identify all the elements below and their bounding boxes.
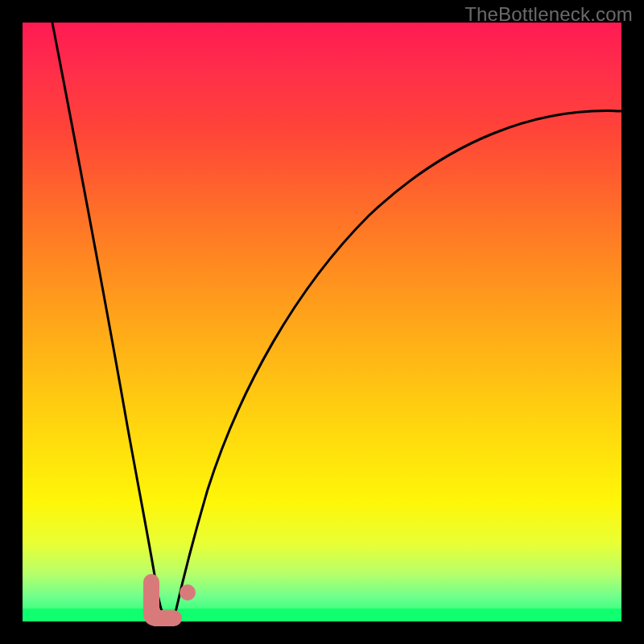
right-branch-curve xyxy=(175,111,621,616)
left-branch-curve xyxy=(52,23,163,616)
outer-frame: TheBottleneck.com xyxy=(0,0,644,644)
chart-svg xyxy=(23,23,621,621)
plot-area xyxy=(23,23,621,621)
marker-right-dot xyxy=(180,584,196,601)
marker-l-shape xyxy=(151,582,174,618)
